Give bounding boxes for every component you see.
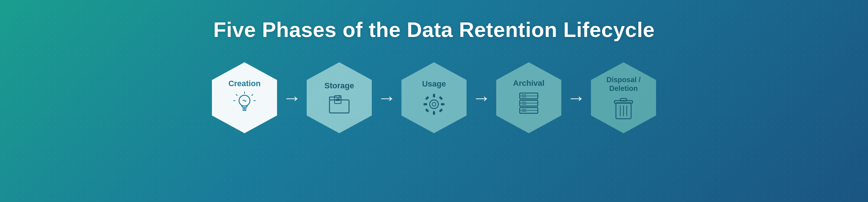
arrow-2: → [377,88,396,107]
lightbulb-icon [234,92,255,117]
phase-label-storage: Storage [324,81,354,91]
hexagon-storage: Storage [307,62,372,133]
page-title: Five Phases of the Data Retention Lifecy… [213,17,655,42]
svg-point-10 [430,100,438,109]
phase-creation: Creation [210,60,279,136]
phases-row: Creation [210,60,658,136]
phase-label-disposal: Disposal /Deletion [602,75,645,93]
phase-label-archival: Archival [513,79,545,88]
hexagon-wrapper-creation: Creation [210,60,279,136]
svg-rect-12 [433,94,435,97]
svg-rect-13 [433,111,435,115]
svg-line-5 [252,94,253,96]
arrow-1: → [282,88,301,107]
arrow-4: → [567,88,586,107]
phase-disposal: Disposal /Deletion [589,60,658,136]
phase-label-creation: Creation [228,79,260,88]
svg-rect-16 [425,96,429,100]
arrow-3: → [472,88,491,107]
hexagon-wrapper-storage: Storage [305,60,374,136]
hexagon-disposal: Disposal /Deletion [591,62,656,133]
svg-rect-34 [620,98,627,101]
phase-archival: Archival [494,60,563,136]
phase-storage: Storage [305,60,374,136]
svg-line-4 [236,94,237,96]
phase-label-usage: Usage [422,79,446,89]
gear-icon [422,92,446,116]
hexagon-archival: Archival [496,62,561,133]
hexagon-usage: Usage [401,62,467,133]
svg-rect-15 [441,103,444,105]
folder-icon [328,94,350,114]
main-background: Five Phases of the Data Retention Lifecy… [0,0,868,202]
hexagon-creation: Creation [212,62,277,133]
database-icon [518,92,539,117]
svg-rect-14 [424,103,427,105]
hexagon-wrapper-disposal: Disposal /Deletion [589,60,658,136]
trash-icon [614,96,633,120]
svg-rect-17 [439,96,443,100]
svg-rect-19 [439,109,443,113]
hexagon-wrapper-usage: Usage [400,60,468,136]
svg-rect-18 [425,109,429,113]
svg-rect-8 [329,100,349,113]
svg-point-11 [432,102,436,106]
hexagon-wrapper-archival: Archival [494,60,563,136]
phase-usage: Usage [400,60,468,136]
